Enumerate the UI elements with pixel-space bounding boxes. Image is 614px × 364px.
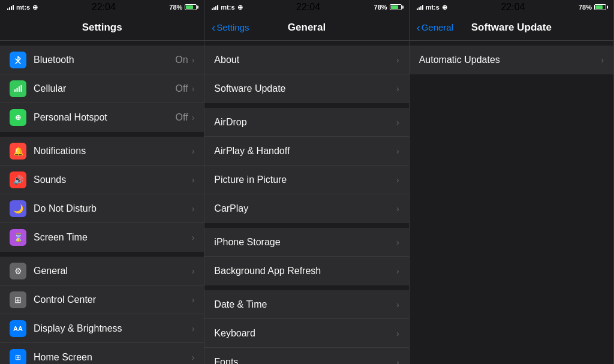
- airplay-chevron: ›: [396, 146, 399, 156]
- carplay-item[interactable]: CarPlay ›: [204, 194, 408, 223]
- dnd-item[interactable]: 🌙 Do Not Disturb ›: [0, 194, 204, 223]
- wifi-icon-2: ⊕: [237, 4, 243, 11]
- pip-chevron: ›: [396, 175, 399, 185]
- auto-updates-chevron: ›: [601, 55, 604, 65]
- airdrop-chevron: ›: [396, 118, 399, 127]
- back-to-settings[interactable]: ‹ Settings: [212, 22, 249, 33]
- notifications-icon: 🔔: [10, 143, 26, 160]
- screentime-icon: ⌛: [10, 229, 26, 246]
- svg-rect-1: [17, 88, 18, 92]
- wifi-icon-3: ⊕: [442, 4, 447, 11]
- back-to-general[interactable]: ‹ General: [417, 22, 453, 33]
- display-item[interactable]: AA Display & Brightness ›: [0, 314, 204, 343]
- datetime-label: Date & Time: [214, 299, 396, 310]
- status-left-1: mt:s ⊕: [7, 4, 38, 11]
- cellular-item[interactable]: Cellular Off ›: [0, 74, 204, 103]
- status-left-2: mt:s ⊕: [212, 4, 242, 11]
- time-2: 22:04: [296, 2, 320, 13]
- nav-title-software-update: Software Update: [471, 22, 552, 34]
- bluetooth-chevron: ›: [192, 55, 195, 65]
- auto-updates-item[interactable]: Automatic Updates ›: [410, 46, 613, 74]
- homescreen-icon: ⊞: [10, 349, 26, 365]
- notifications-label: Notifications: [34, 146, 192, 157]
- cellular-icon: [10, 80, 26, 97]
- back-label-software-update: General: [422, 22, 453, 32]
- software-update-panel: mt:s ⊕ 22:04 78% ‹ General Software Upda…: [410, 0, 614, 364]
- bluetooth-value: On: [175, 55, 188, 65]
- carrier-2: mt:s: [221, 4, 234, 11]
- controlcenter-item[interactable]: ⊞ Control Center ›: [0, 285, 204, 314]
- software-update-chevron: ›: [396, 84, 399, 94]
- general-item[interactable]: ⚙ General ›: [0, 257, 204, 285]
- carplay-label: CarPlay: [214, 203, 396, 214]
- screentime-label: Screen Time: [34, 232, 192, 243]
- bluetooth-icon: [10, 52, 26, 68]
- bluetooth-label: Bluetooth: [34, 55, 175, 65]
- notifications-item[interactable]: 🔔 Notifications ›: [0, 137, 204, 166]
- signal-icon-1: [7, 4, 14, 10]
- status-bar-3: mt:s ⊕ 22:04 78%: [410, 0, 613, 14]
- general-content[interactable]: About › Software Update › AirDrop › AirP…: [204, 41, 408, 364]
- datetime-chevron: ›: [396, 300, 399, 309]
- hotspot-item[interactable]: ⊕ Personal Hotspot Off ›: [0, 103, 204, 132]
- screentime-item[interactable]: ⌛ Screen Time ›: [0, 223, 204, 252]
- background-refresh-chevron: ›: [396, 266, 399, 276]
- airdrop-label: AirDrop: [214, 117, 396, 128]
- iphone-storage-item[interactable]: iPhone Storage ›: [204, 228, 408, 257]
- wifi-icon-1: ⊕: [32, 4, 38, 11]
- display-chevron: ›: [192, 324, 195, 333]
- carrier-3: mt:s: [426, 4, 440, 11]
- notifications-chevron: ›: [192, 146, 195, 156]
- background-refresh-item[interactable]: Background App Refresh ›: [204, 257, 408, 285]
- software-update-label: Software Update: [214, 83, 396, 94]
- display-label: Display & Brightness: [34, 323, 192, 334]
- svg-rect-2: [19, 86, 20, 92]
- dnd-icon: 🌙: [10, 200, 26, 217]
- status-left-3: mt:s ⊕: [417, 4, 447, 11]
- software-update-item[interactable]: Software Update ›: [204, 74, 408, 103]
- cellular-value: Off: [176, 83, 188, 94]
- screentime-chevron: ›: [192, 233, 195, 242]
- hotspot-chevron: ›: [192, 113, 195, 122]
- cellular-label: Cellular: [34, 83, 176, 94]
- datetime-item[interactable]: Date & Time ›: [204, 290, 408, 319]
- battery-icon-2: [390, 4, 402, 10]
- about-item[interactable]: About ›: [204, 46, 408, 74]
- battery-pct-2: 78%: [374, 4, 387, 11]
- bluetooth-item[interactable]: Bluetooth On ›: [0, 46, 204, 74]
- dnd-chevron: ›: [192, 204, 195, 213]
- airplay-label: AirPlay & Handoff: [214, 146, 396, 157]
- svg-rect-3: [21, 85, 22, 92]
- settings-content[interactable]: Bluetooth On › Cellular Off › ⊕: [0, 41, 204, 364]
- carplay-chevron: ›: [396, 204, 399, 213]
- pip-item[interactable]: Picture in Picture ›: [204, 166, 408, 194]
- homescreen-chevron: ›: [192, 353, 195, 362]
- carrier-1: mt:s: [16, 4, 30, 11]
- battery-icon-3: [594, 4, 606, 10]
- background-refresh-label: Background App Refresh: [214, 266, 396, 276]
- airdrop-item[interactable]: AirDrop ›: [204, 108, 408, 137]
- fonts-item[interactable]: Fonts ›: [204, 348, 408, 364]
- settings-panel: mt:s ⊕ 22:04 78% Settings Bluetooth: [0, 0, 204, 364]
- sounds-label: Sounds: [34, 175, 192, 185]
- sounds-icon: 🔊: [10, 172, 26, 188]
- general-icon: ⚙: [10, 263, 26, 279]
- sounds-chevron: ›: [192, 175, 195, 185]
- airplay-item[interactable]: AirPlay & Handoff ›: [204, 137, 408, 166]
- general-chevron: ›: [192, 266, 195, 276]
- sounds-item[interactable]: 🔊 Sounds ›: [0, 166, 204, 194]
- hotspot-icon: ⊕: [10, 109, 26, 126]
- display-icon: AA: [10, 320, 26, 337]
- controlcenter-icon: ⊞: [10, 291, 26, 308]
- datetime-group: Date & Time › Keyboard › Fonts ›: [204, 290, 408, 364]
- signal-icon-2: [212, 4, 218, 10]
- keyboard-label: Keyboard: [214, 328, 396, 339]
- software-update-content[interactable]: Automatic Updates ›: [410, 41, 613, 364]
- keyboard-item[interactable]: Keyboard ›: [204, 319, 408, 348]
- hotspot-label: Personal Hotspot: [34, 112, 176, 123]
- general-panel: mt:s ⊕ 22:04 78% ‹ Settings General Abou…: [204, 0, 409, 364]
- homescreen-item[interactable]: ⊞ Home Screen ›: [0, 343, 204, 364]
- nav-bar-software-update: ‹ General Software Update: [410, 14, 613, 41]
- hotspot-value: Off: [176, 112, 188, 123]
- auto-updates-label: Automatic Updates: [419, 55, 601, 65]
